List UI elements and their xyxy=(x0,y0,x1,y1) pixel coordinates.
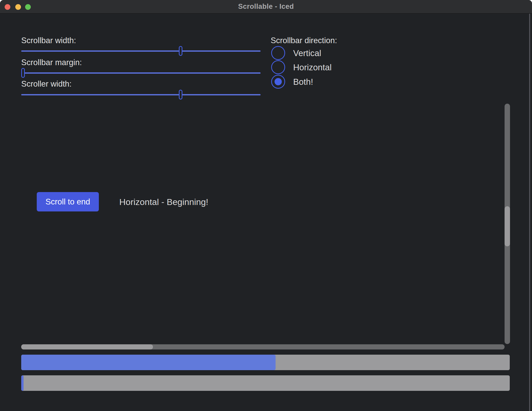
app-window: Scrollable - Iced Scrollbar width: Scrol… xyxy=(0,0,532,411)
radio-horizontal[interactable] xyxy=(271,60,285,74)
scrollbar-direction-label: Scrollbar direction: xyxy=(271,36,337,45)
radio-vertical-label[interactable]: Vertical xyxy=(293,48,321,58)
scroller-width-slider[interactable] xyxy=(21,94,261,95)
vertical-scrollbar-thumb[interactable] xyxy=(505,206,510,246)
scroll-to-end-button[interactable]: Scroll to end xyxy=(37,192,99,211)
window-right-border xyxy=(529,14,530,411)
radio-both[interactable] xyxy=(271,75,285,89)
progress-bar-y-fill xyxy=(21,375,24,391)
scroller-width-slider-handle[interactable] xyxy=(179,90,182,100)
scroll-status-text: Horizontal - Beginning! xyxy=(119,197,208,207)
radio-vertical[interactable] xyxy=(271,46,285,60)
scrollbar-margin-slider[interactable] xyxy=(21,72,261,74)
scrollbar-width-slider-handle[interactable] xyxy=(179,46,182,56)
scrollbar-width-slider[interactable] xyxy=(21,50,261,52)
radio-selected-dot-icon xyxy=(275,78,282,85)
progress-bar-y xyxy=(21,375,510,391)
scrollbar-margin-label: Scrollbar margin: xyxy=(21,58,82,67)
scrollbar-width-label: Scrollbar width: xyxy=(21,36,76,45)
scrollbar-margin-slider-handle[interactable] xyxy=(21,68,25,78)
progress-bar-x-fill xyxy=(21,355,276,370)
radio-both-label[interactable]: Both! xyxy=(293,77,313,87)
vertical-scrollbar-track[interactable] xyxy=(505,104,510,344)
radio-horizontal-label[interactable]: Horizontal xyxy=(293,63,332,72)
titlebar: Scrollable - Iced xyxy=(0,0,532,14)
horizontal-scrollbar-thumb[interactable] xyxy=(21,344,153,349)
horizontal-scrollbar-track[interactable] xyxy=(21,344,505,349)
scroller-width-label: Scroller width: xyxy=(21,79,72,89)
window-title: Scrollable - Iced xyxy=(0,0,532,13)
progress-bar-x xyxy=(21,355,510,370)
